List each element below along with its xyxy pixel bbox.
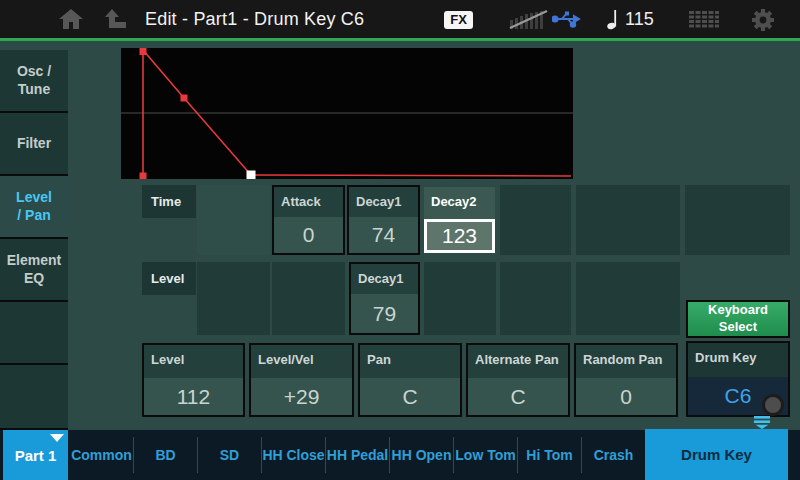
bottom-bar-items: Common BD SD HH Close HH Pedal HH Open L… (70, 434, 646, 476)
decay1-level-cell[interactable]: Decay1 79 (349, 262, 420, 335)
alternate-pan-label: Alternate Pan (468, 345, 568, 378)
attack-time-label: Attack (274, 187, 343, 217)
level-vel-label: Level/Vel (251, 345, 352, 378)
random-pan-label: Random Pan (576, 345, 676, 378)
tab-sd[interactable]: SD (198, 437, 262, 473)
pan-label: Pan (360, 345, 460, 378)
part-tab-caret-icon (50, 434, 64, 442)
alternate-pan-value: C (468, 378, 568, 415)
sidebar-item-empty-1 (0, 302, 68, 365)
random-pan-value: 0 (576, 378, 676, 415)
tab-crash[interactable]: Crash (582, 437, 646, 473)
quarter-note-icon (607, 9, 618, 30)
sidebar-item-level-pan[interactable]: Level / Pan (0, 176, 68, 239)
time-row-label: Time (142, 185, 196, 218)
drum-key-tab-button[interactable]: Drum Key (645, 429, 788, 480)
collapse-chevron-icon[interactable] (753, 416, 771, 429)
settings-gear-icon[interactable] (751, 8, 775, 32)
decay1-time-value: 74 (349, 217, 418, 253)
sidebar-item-element-eq[interactable]: Element EQ (0, 239, 68, 302)
level-empty-slot-1 (197, 262, 270, 335)
level-vel-cell[interactable]: Level/Vel +29 (249, 343, 354, 417)
tempo-value: 115 (625, 9, 654, 30)
decay1-time-label: Decay1 (349, 187, 418, 217)
drum-key-label: Drum Key (688, 343, 788, 377)
time-empty-slot-2 (500, 185, 571, 255)
keyboard-select-button[interactable]: Keyboard Select (686, 300, 790, 338)
page-title: Edit - Part1 - Drum Key C6 (145, 0, 364, 38)
level-param-value: 112 (144, 378, 243, 415)
tab-hh-pedal[interactable]: HH Pedal (326, 437, 390, 473)
tab-bd[interactable]: BD (134, 437, 198, 473)
sidebar-item-osc-tune[interactable]: Osc / Tune (0, 50, 68, 113)
time-empty-slot-4 (685, 185, 790, 255)
decay1-level-label: Decay1 (351, 264, 418, 294)
level-empty-slot-3 (424, 262, 496, 335)
envelope-svg (121, 48, 573, 179)
pad-grid-icon[interactable] (689, 11, 719, 28)
part-tab-label: Part 1 (15, 447, 57, 464)
pan-cell[interactable]: Pan C (358, 343, 462, 417)
decay2-time-value: 123 (424, 219, 495, 253)
level-param-label: Level (144, 345, 243, 378)
decay2-time-cell[interactable]: Decay2 123 (422, 185, 497, 255)
slider-bypass-icon[interactable] (509, 8, 549, 30)
envelope-graph[interactable] (121, 48, 573, 179)
level-empty-slot-4 (500, 262, 571, 335)
header-green-rule (0, 38, 800, 41)
tempo-display[interactable]: 115 (607, 0, 654, 38)
attack-time-value: 0 (274, 217, 343, 253)
level-empty-slot-5 (576, 262, 680, 335)
tab-hh-close[interactable]: HH Close (262, 437, 326, 473)
tab-low-tom[interactable]: Low Tom (454, 437, 518, 473)
pan-value: C (360, 378, 460, 415)
tab-hh-open[interactable]: HH Open (390, 437, 454, 473)
tab-common[interactable]: Common (70, 437, 134, 473)
level-empty-slot-2 (272, 262, 345, 335)
fx-badge[interactable]: FX (444, 11, 473, 29)
random-pan-cell[interactable]: Random Pan 0 (574, 343, 678, 417)
usb-icon (552, 8, 584, 30)
decay2-time-label: Decay2 (424, 187, 495, 219)
up-arrow-icon[interactable] (104, 8, 128, 30)
drum-key-knob-indicator (762, 394, 784, 416)
tab-hi-tom[interactable]: Hi Tom (518, 437, 582, 473)
time-empty-slot-1 (197, 185, 270, 255)
level-param-cell[interactable]: Level 112 (142, 343, 245, 417)
alternate-pan-cell[interactable]: Alternate Pan C (466, 343, 570, 417)
level-row-label: Level (142, 262, 196, 295)
attack-time-cell[interactable]: Attack 0 (272, 185, 345, 255)
level-vel-value: +29 (251, 378, 352, 415)
decay1-level-value: 79 (351, 294, 418, 333)
time-empty-slot-3 (576, 185, 680, 255)
part-tab[interactable]: Part 1 (3, 430, 68, 480)
sidebar-item-empty-2 (0, 365, 68, 430)
sidebar-item-filter[interactable]: Filter (0, 113, 68, 176)
home-icon[interactable] (58, 8, 84, 30)
decay1-time-cell[interactable]: Decay1 74 (347, 185, 420, 255)
